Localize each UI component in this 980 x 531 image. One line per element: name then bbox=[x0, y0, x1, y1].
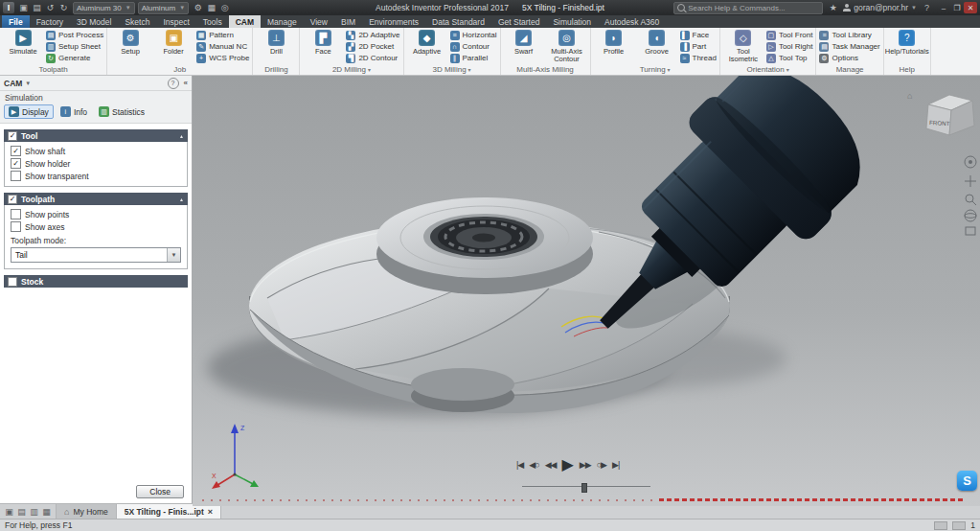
show-axes-row[interactable]: Show axes bbox=[5, 220, 187, 233]
info-button[interactable]: iInfo bbox=[56, 104, 92, 119]
ribbon-tab-autodesk-a360[interactable]: Autodesk A360 bbox=[598, 15, 666, 28]
task-manager-button[interactable]: ▤Task Manager bbox=[819, 41, 879, 52]
ribbon-tab-get-started[interactable]: Get Started bbox=[491, 15, 546, 28]
appearance-dropdown[interactable]: Aluminum▼ bbox=[138, 2, 190, 14]
panel-label-turning[interactable]: Turning bbox=[594, 64, 717, 75]
manual-nc-button[interactable]: ✎Manual NC bbox=[196, 41, 249, 52]
play-button[interactable]: ▶ bbox=[559, 458, 575, 472]
timeline-slider[interactable] bbox=[522, 486, 650, 487]
tile-horizontal-icon[interactable]: ▤ bbox=[16, 507, 27, 517]
group-header-tool[interactable]: Tool▲ bbox=[4, 129, 188, 142]
show-points-row[interactable]: Show points bbox=[5, 208, 187, 220]
ribbon-tab-environments[interactable]: Environments bbox=[362, 15, 425, 28]
ribbon-tab-bim[interactable]: BIM bbox=[334, 15, 362, 28]
setup-button[interactable]: ⚙Setup bbox=[110, 29, 150, 64]
tool-isometric-button[interactable]: ◇Tool Isometric bbox=[723, 29, 763, 64]
panel-collapse-icon[interactable]: « bbox=[184, 79, 188, 87]
statistics-button[interactable]: ▥Statistics bbox=[94, 104, 149, 119]
post-process-button[interactable]: ▤Post Process bbox=[46, 30, 103, 40]
tool-top-button[interactable]: △Tool Top bbox=[766, 53, 813, 63]
chevron-down-icon[interactable]: ▼ bbox=[167, 248, 180, 262]
tool-right-button[interactable]: ▷Tool Right bbox=[766, 41, 813, 52]
show-axes-checkbox[interactable] bbox=[11, 221, 21, 232]
home-icon[interactable]: ⌂ bbox=[907, 91, 912, 101]
toolpath-mode-select[interactable]: Tail▼ bbox=[11, 247, 181, 263]
tool-front-button[interactable]: ▢Tool Front bbox=[766, 30, 813, 40]
parallel-button[interactable]: ∥Parallel bbox=[450, 53, 497, 63]
cascade-windows-icon[interactable]: ▣ bbox=[4, 507, 14, 517]
2d-pocket-button[interactable]: ▞2D Pocket bbox=[346, 41, 399, 52]
show-transparent-checkbox[interactable] bbox=[11, 171, 21, 181]
2d-adaptive-button[interactable]: ▚2D Adaptive bbox=[346, 30, 399, 40]
help-tutorials-button[interactable]: ?Help/Tutorials bbox=[887, 29, 927, 64]
open-icon[interactable]: ▤ bbox=[31, 2, 43, 13]
tab-document[interactable]: 5X Tilting - Finis...ipt × bbox=[117, 504, 221, 519]
group-header-toolpath[interactable]: Toolpath▲ bbox=[4, 193, 188, 205]
material-dropdown[interactable]: Aluminum 30▼ bbox=[73, 2, 135, 14]
restore-button[interactable]: ❐ bbox=[950, 2, 964, 13]
cam-panel-header[interactable]: CAM ▼ ? « bbox=[0, 76, 192, 91]
generate-button[interactable]: ↻Generate bbox=[46, 53, 103, 63]
ribbon-tab-file[interactable]: File bbox=[2, 15, 30, 28]
adaptive-button[interactable]: ◆Adaptive bbox=[407, 29, 447, 64]
tool-library-button[interactable]: ≡Tool Library bbox=[819, 30, 879, 40]
viewport-3d[interactable]: ⌂ FRONT bbox=[193, 76, 980, 503]
groove-button[interactable]: ◖Groove bbox=[637, 29, 677, 64]
ribbon-tab-tools[interactable]: Tools bbox=[196, 15, 229, 28]
close-button[interactable]: Close bbox=[136, 485, 184, 498]
multi-axis-contour-button[interactable]: ◎Multi-Axis Contour bbox=[547, 29, 587, 64]
appearance-icon[interactable]: ◎ bbox=[218, 2, 231, 13]
next-operation-button[interactable]: ○▶ bbox=[595, 460, 608, 470]
show-transparent-row[interactable]: Show transparent bbox=[5, 170, 187, 182]
stock-checkbox[interactable] bbox=[8, 277, 17, 287]
go-to-end-button[interactable]: ▶| bbox=[610, 460, 621, 470]
ribbon-tab-sketch[interactable]: Sketch bbox=[118, 15, 156, 28]
messenger-icon[interactable]: S bbox=[957, 471, 977, 491]
face-button[interactable]: ▌Face bbox=[680, 30, 717, 40]
panel-help-icon[interactable]: ? bbox=[168, 78, 179, 89]
show-shaft-checkbox[interactable] bbox=[11, 146, 21, 156]
wcs-probe-button[interactable]: +WCS Probe bbox=[196, 53, 249, 63]
drill-button[interactable]: ⊥Drill bbox=[256, 29, 296, 64]
show-holder-checkbox[interactable] bbox=[11, 158, 21, 169]
help-icon[interactable]: ? bbox=[921, 2, 933, 13]
search-input[interactable]: Search Help & Commands... bbox=[673, 2, 823, 14]
account-menu[interactable]: goran@pnor.hr ▼ bbox=[843, 3, 917, 12]
pattern-button[interactable]: ▦Pattern bbox=[196, 30, 249, 40]
undo-icon[interactable]: ↺ bbox=[44, 2, 57, 13]
collapse-chevron-icon[interactable]: ▲ bbox=[179, 196, 184, 202]
go-to-start-button[interactable]: |◀ bbox=[514, 460, 525, 470]
ribbon-tab-simulation[interactable]: Simulation bbox=[546, 15, 598, 28]
show-holder-row[interactable]: Show holder bbox=[5, 157, 187, 170]
ribbon-tab-view[interactable]: View bbox=[304, 15, 334, 28]
tab-my-home[interactable]: ⌂ My Home bbox=[57, 504, 117, 519]
folder-button[interactable]: ▣Folder bbox=[153, 29, 194, 64]
contour-button[interactable]: ∩Contour bbox=[450, 41, 497, 52]
face-button[interactable]: ▛Face bbox=[303, 29, 343, 64]
panel-label-3d-milling[interactable]: 3D Milling bbox=[407, 64, 497, 75]
redo-icon[interactable]: ↻ bbox=[57, 2, 70, 13]
profile-button[interactable]: ◗Profile bbox=[594, 29, 634, 64]
horizontal-button[interactable]: ≡Horizontal bbox=[450, 30, 497, 40]
ribbon-tab-3d-model[interactable]: 3D Model bbox=[70, 15, 118, 28]
2d-contour-button[interactable]: ▜2D Contour bbox=[346, 53, 399, 63]
thread-button[interactable]: ≈Thread bbox=[680, 53, 717, 63]
collapse-chevron-icon[interactable]: ▲ bbox=[179, 133, 184, 139]
show-points-checkbox[interactable] bbox=[11, 209, 21, 219]
measure-icon[interactable]: ▦ bbox=[205, 2, 217, 13]
setup-sheet-button[interactable]: ▥Setup Sheet bbox=[46, 41, 103, 52]
ribbon-tab-factory[interactable]: Factory bbox=[30, 15, 70, 28]
minimize-button[interactable]: – bbox=[937, 2, 950, 13]
ribbon-tab-inspect[interactable]: Inspect bbox=[156, 15, 195, 28]
display-button[interactable]: ▶Display bbox=[4, 104, 54, 119]
timeline-handle[interactable] bbox=[581, 483, 587, 493]
close-button[interactable]: ✕ bbox=[964, 2, 977, 13]
fast-forward-button[interactable]: ▶▶ bbox=[578, 460, 593, 470]
swarf-button[interactable]: ◢Swarf bbox=[504, 29, 544, 64]
previous-operation-button[interactable]: ◀○ bbox=[527, 460, 540, 470]
rewind-button[interactable]: ◀◀ bbox=[543, 460, 558, 470]
arrange-windows-icon[interactable]: ▦ bbox=[41, 507, 52, 517]
settings-icon[interactable]: ⚙ bbox=[192, 2, 204, 13]
panel-label-orientation[interactable]: Orientation bbox=[723, 64, 813, 75]
ribbon-tab-manage[interactable]: Manage bbox=[261, 15, 304, 28]
